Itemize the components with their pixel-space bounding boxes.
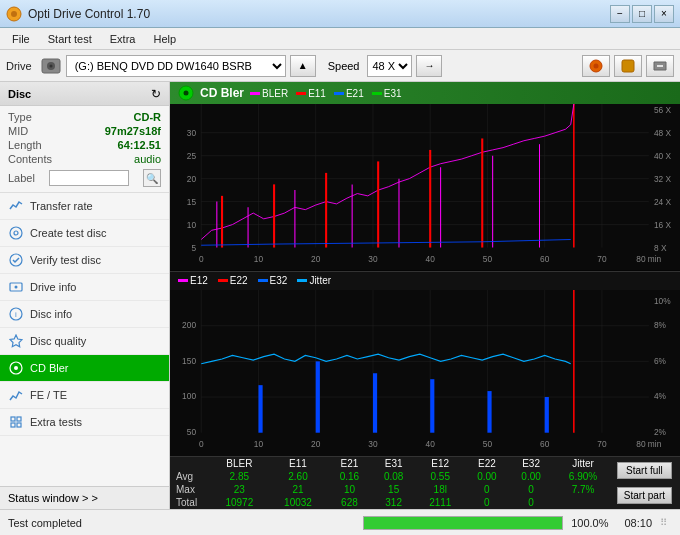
total-e31: 312 <box>372 496 416 509</box>
svg-text:30: 30 <box>368 438 377 449</box>
svg-point-16 <box>14 366 18 370</box>
stats-col-e12: E12 <box>416 457 465 470</box>
drive-select[interactable]: (G:) BENQ DVD DD DW1640 BSRB <box>66 55 286 77</box>
stats-col-e22: E22 <box>465 457 509 470</box>
stats-row-total: Total 10972 10032 628 312 2111 0 0 <box>170 496 613 509</box>
start-full-button[interactable]: Start full <box>617 462 672 479</box>
svg-point-6 <box>594 63 599 68</box>
drive-eject-button[interactable]: ▲ <box>290 55 316 77</box>
speed-apply-button[interactable]: → <box>416 55 442 77</box>
drive-info-label: Drive info <box>30 281 76 293</box>
bottom-chart-legend: E12 E22 E32 Jitter <box>170 272 680 290</box>
start-part-button[interactable]: Start part <box>617 487 672 504</box>
menu-extra[interactable]: Extra <box>102 31 144 47</box>
disc-quality-label: Disc quality <box>30 335 86 347</box>
svg-text:8%: 8% <box>654 319 666 330</box>
stats-col-empty <box>170 457 210 470</box>
minimize-button[interactable]: − <box>610 5 630 23</box>
stats-row-avg: Avg 2.85 2.60 0.16 0.08 0.55 0.00 0.00 6… <box>170 470 613 483</box>
sidebar-nav: Transfer rate Create test disc Verify te… <box>0 193 169 486</box>
bottom-chart-svg: 50 100 150 200 2% 4% 6% 8% 10% 0 10 20 3… <box>170 290 680 457</box>
verify-test-disc-label: Verify test disc <box>30 254 101 266</box>
sidebar-item-create-test-disc[interactable]: Create test disc <box>0 220 169 247</box>
svg-text:10: 10 <box>254 254 263 264</box>
svg-point-9 <box>14 231 18 235</box>
drive-label: Drive <box>6 60 32 72</box>
button-1[interactable] <box>582 55 610 77</box>
svg-rect-88 <box>316 361 320 432</box>
svg-point-1 <box>11 11 17 17</box>
total-e22: 0 <box>465 496 509 509</box>
resize-handle[interactable]: ⠿ <box>660 517 672 529</box>
disc-info-icon: i <box>8 306 24 322</box>
svg-rect-74 <box>170 290 680 457</box>
svg-rect-20 <box>17 423 21 427</box>
sidebar-item-verify-test-disc[interactable]: Verify test disc <box>0 247 169 274</box>
max-e31: 15 <box>372 483 416 496</box>
mid-value: 97m27s18f <box>105 125 161 137</box>
button-3[interactable] <box>646 55 674 77</box>
svg-text:56 X: 56 X <box>654 105 671 115</box>
sidebar-item-disc-info[interactable]: i Disc info <box>0 301 169 328</box>
chart-disc-icon <box>178 85 194 101</box>
menu-help[interactable]: Help <box>145 31 184 47</box>
svg-rect-89 <box>373 373 377 432</box>
sidebar-item-transfer-rate[interactable]: Transfer rate <box>0 193 169 220</box>
verify-disc-icon <box>8 252 24 268</box>
svg-text:16 X: 16 X <box>654 220 671 230</box>
contents-label: Contents <box>8 153 52 165</box>
svg-text:i: i <box>15 310 17 319</box>
sidebar-item-extra-tests[interactable]: Extra tests <box>0 409 169 436</box>
stats-buttons: Start full Start part <box>613 457 680 509</box>
svg-text:5: 5 <box>191 243 196 253</box>
disc-label-search-button[interactable]: 🔍 <box>143 169 161 187</box>
title-bar-buttons: − □ × <box>610 5 674 23</box>
status-window-button[interactable]: Status window > > <box>0 486 169 509</box>
sidebar-item-disc-quality[interactable]: Disc quality <box>0 328 169 355</box>
stats-table-wrapper: BLER E11 E21 E31 E12 E22 E32 Jitter Avg <box>170 457 613 509</box>
sidebar-item-drive-info[interactable]: Drive info <box>0 274 169 301</box>
avg-e11: 2.60 <box>269 470 328 483</box>
contents-value: audio <box>134 153 161 165</box>
menu-starttest[interactable]: Start test <box>40 31 100 47</box>
svg-text:24 X: 24 X <box>654 197 671 207</box>
fe-te-icon <box>8 387 24 403</box>
max-bler: 23 <box>210 483 269 496</box>
elapsed-time: 08:10 <box>624 517 652 529</box>
speed-select[interactable]: 48 X <box>367 55 412 77</box>
stats-section: BLER E11 E21 E31 E12 E22 E32 Jitter Avg <box>170 456 680 509</box>
svg-text:4%: 4% <box>654 390 666 401</box>
progress-bar-container <box>363 516 563 530</box>
stats-row-max: Max 23 21 10 15 18l 0 0 7.7% <box>170 483 613 496</box>
close-button[interactable]: × <box>654 5 674 23</box>
svg-text:40: 40 <box>426 254 435 264</box>
disc-label-input[interactable] <box>49 170 129 186</box>
legend-e32: E32 <box>258 275 288 286</box>
menu-file[interactable]: File <box>4 31 38 47</box>
cd-bler-label: CD Bler <box>30 362 69 374</box>
svg-text:100: 100 <box>182 390 196 401</box>
charts-container: 5 10 15 20 25 30 8 X 16 X 24 X 32 X 40 X… <box>170 104 680 456</box>
svg-text:60: 60 <box>540 438 549 449</box>
svg-text:48 X: 48 X <box>654 128 671 138</box>
button-2[interactable] <box>614 55 642 77</box>
avg-label: Avg <box>170 470 210 483</box>
status-bar: Test completed 100.0% 08:10 ⠿ <box>0 509 680 535</box>
maximize-button[interactable]: □ <box>632 5 652 23</box>
bottom-chart: 50 100 150 200 2% 4% 6% 8% 10% 0 10 20 3… <box>170 290 680 457</box>
svg-text:30: 30 <box>368 254 377 264</box>
avg-bler: 2.85 <box>210 470 269 483</box>
sidebar-item-cd-bler[interactable]: CD Bler <box>0 355 169 382</box>
disc-refresh-icon[interactable]: ↻ <box>151 87 161 101</box>
legend-e21: E21 <box>334 88 364 99</box>
svg-text:50: 50 <box>483 438 492 449</box>
legend-e12: E12 <box>178 275 208 286</box>
sidebar: Disc ↻ Type CD-R MID 97m27s18f Length 64… <box>0 82 170 509</box>
sidebar-item-fe-te[interactable]: FE / TE <box>0 382 169 409</box>
svg-point-12 <box>15 286 18 289</box>
max-e12: 18l <box>416 483 465 496</box>
legend-bler: BLER <box>250 88 288 99</box>
svg-rect-92 <box>545 397 549 433</box>
status-window-label: Status window > > <box>8 492 98 504</box>
length-value: 64:12.51 <box>118 139 161 151</box>
